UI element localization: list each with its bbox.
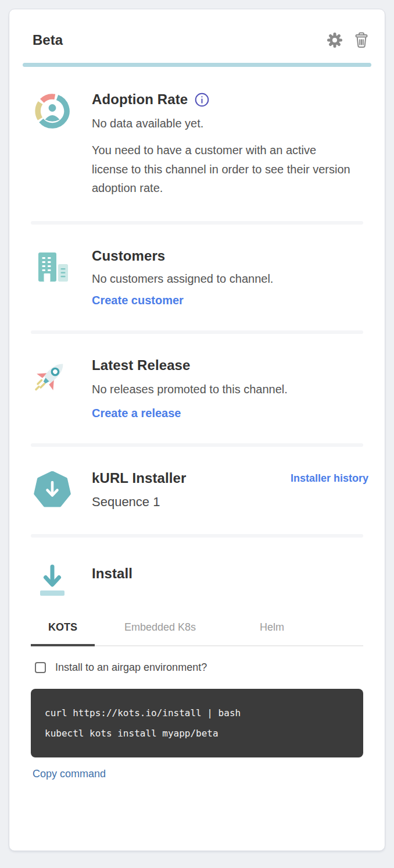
airgap-row: Install to an airgap environment? xyxy=(35,661,363,674)
install-download-icon xyxy=(34,561,71,602)
channel-accent-rule xyxy=(23,63,371,67)
adoption-rate-section: Adoption Rate No data available yet. You… xyxy=(9,91,385,198)
install-section: Install xyxy=(9,561,385,602)
install-tabs: KOTS Embedded K8s Helm xyxy=(31,621,363,646)
customers-empty-text: No customers assigned to channel. xyxy=(92,272,368,286)
adoption-empty-text: No data available yet. xyxy=(92,117,368,130)
trash-icon xyxy=(353,42,370,51)
adoption-description: You need to have a customer with an acti… xyxy=(92,141,354,198)
gear-icon xyxy=(327,41,343,50)
kurl-installer-body: kURL Installer Installer history Sequenc… xyxy=(92,470,368,511)
info-icon[interactable] xyxy=(195,93,209,107)
customers-section: Customers No customers assigned to chann… xyxy=(9,248,385,307)
section-divider xyxy=(31,443,363,447)
create-customer-link[interactable]: Create customer xyxy=(92,294,184,307)
adoption-rate-title: Adoption Rate xyxy=(92,91,188,108)
rocket-icon xyxy=(34,357,71,420)
kurl-installer-icon xyxy=(34,470,71,511)
delete-channel-button[interactable] xyxy=(352,30,371,50)
kurl-installer-title: kURL Installer xyxy=(92,470,186,486)
adoption-rate-icon xyxy=(34,91,71,198)
latest-release-section: Latest Release No releases promoted to t… xyxy=(9,357,385,420)
installer-history-link[interactable]: Installer history xyxy=(291,472,368,485)
create-release-link[interactable]: Create a release xyxy=(92,407,181,420)
latest-release-body: Latest Release No releases promoted to t… xyxy=(92,357,368,420)
customers-icon xyxy=(34,248,71,307)
install-command-block: curl https://kots.io/install | bash kube… xyxy=(31,689,363,757)
installer-sequence: Sequence 1 xyxy=(92,495,368,510)
airgap-label[interactable]: Install to an airgap environment? xyxy=(55,661,207,674)
tab-helm[interactable]: Helm xyxy=(225,621,318,646)
adoption-rate-body: Adoption Rate No data available yet. You… xyxy=(92,91,368,198)
tab-embedded-k8s[interactable]: Embedded K8s xyxy=(95,621,225,646)
customers-title: Customers xyxy=(92,248,368,264)
section-divider xyxy=(31,221,363,225)
section-divider xyxy=(31,330,363,334)
customers-body: Customers No customers assigned to chann… xyxy=(92,248,368,307)
section-divider xyxy=(31,534,363,538)
copy-command-link[interactable]: Copy command xyxy=(33,768,385,780)
release-empty-text: No releases promoted to this channel. xyxy=(92,383,368,396)
card-header: Beta xyxy=(9,30,385,50)
command-line: curl https://kots.io/install | bash xyxy=(45,703,349,723)
header-actions xyxy=(325,30,371,50)
airgap-checkbox[interactable] xyxy=(35,662,46,673)
settings-button[interactable] xyxy=(325,31,344,49)
install-body: Install xyxy=(92,561,368,602)
command-line: kubectl kots install myapp/beta xyxy=(45,723,349,744)
tab-kots[interactable]: KOTS xyxy=(31,621,95,646)
channel-title: Beta xyxy=(33,32,63,48)
latest-release-title: Latest Release xyxy=(92,357,368,373)
kurl-installer-section: kURL Installer Installer history Sequenc… xyxy=(9,470,385,511)
channel-card: Beta xyxy=(9,9,385,851)
install-title: Install xyxy=(92,565,368,582)
